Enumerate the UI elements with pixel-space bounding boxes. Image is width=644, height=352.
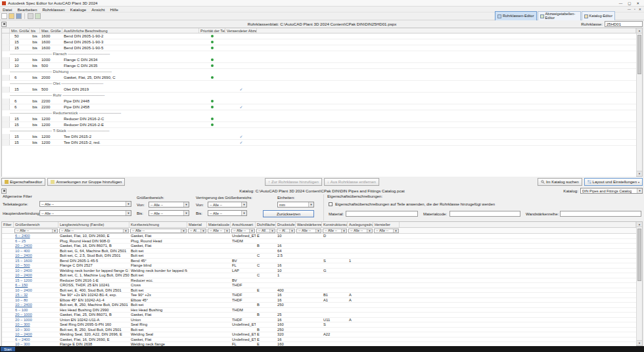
- menu-ansicht[interactable]: Ansicht: [89, 7, 107, 12]
- col-kurzbezeichnung[interactable]: Kurzbezeichnung: [129, 222, 187, 227]
- row-selector[interactable]: [2, 140, 10, 145]
- overrides-checkbox[interactable]: [329, 202, 333, 206]
- spec-part-row[interactable]: 15bis1200Tee DIN 2615-2, red.✓: [2, 140, 636, 146]
- row-selector[interactable]: [2, 63, 10, 68]
- anmerkungen-button[interactable]: Anmerkungen zur Gruppe hinzufügen: [47, 178, 125, 186]
- col-max-groesse[interactable]: Max. Größe: [40, 28, 62, 33]
- menu-hilfe[interactable]: Hilfe: [108, 7, 121, 12]
- spec-part-row[interactable]: 6bis2200Pipe DIN 2458✓: [2, 104, 636, 110]
- column-filter-select[interactable]: -- Alle --▼: [374, 229, 399, 233]
- wandstaerkenreihe-field[interactable]: [560, 211, 641, 217]
- aus-rohrklasse-entfernen-button[interactable]: ↓ Aus Rohrklasse entfernen: [324, 178, 379, 186]
- size-range-link[interactable]: 10 – 500: [15, 263, 30, 267]
- column-filter-select[interactable]: -- Alle --▼: [188, 229, 206, 233]
- catalog-row[interactable]: 10 – 2400Welding Seal, 320, A22, DIN 269…: [2, 332, 636, 338]
- scroll-up-icon[interactable]: ▲: [637, 222, 642, 227]
- catalog-row[interactable]: 10 – 2400Bolt set, C, 2.5, Stud Bolt, DI…: [2, 253, 636, 259]
- size-range-link[interactable]: 6 – 2400: [15, 234, 30, 238]
- column-filter-select[interactable]: -- Alle --▼: [208, 229, 230, 233]
- catalog-row[interactable]: 6 – 150CROSS, THDF, 25 EN 10241CrossTHDF: [2, 283, 636, 288]
- maximize-icon[interactable]: ▢: [628, 1, 631, 5]
- spec-part-row[interactable]: 15bis1200Tee DIN 2615-2✓: [2, 134, 636, 140]
- col-anschlussart[interactable]: Anschlussart: [231, 222, 256, 227]
- mdi-minimize-icon[interactable]: —: [628, 7, 631, 11]
- print-icon[interactable]: [28, 13, 34, 19]
- column-filter-select[interactable]: -- Alle --▼: [14, 229, 58, 233]
- zur-rohrklasse-hinzufuegen-button[interactable]: ↑ Zur Rohrklasse hinzufügen: [265, 178, 322, 186]
- material-field[interactable]: [346, 211, 418, 217]
- column-filter-select[interactable]: -- Alle --▼: [231, 229, 255, 233]
- tab-abzweigetabellen-editor[interactable]: Abzweigetabellen-Editor: [538, 11, 581, 22]
- col-bis[interactable]: bis: [30, 28, 40, 33]
- hauptendverbindung-select[interactable]: -- Alle --▼: [39, 210, 131, 216]
- catalog-row[interactable]: 10 – 500Flange C DIN 2527Flange blindFLC…: [2, 263, 636, 269]
- spec-part-row[interactable]: 15bis500Olet DIN 2619✓: [2, 87, 636, 93]
- catalog-row[interactable]: 10 – 2400Welding neck border for lapped …: [2, 269, 636, 274]
- catalog-row[interactable]: 15 – 32Tee 90° +2x EN 10242-B1-4, exp.Te…: [2, 293, 636, 298]
- size-range-link[interactable]: 15 – 1600: [15, 259, 32, 263]
- col-verwendeter-abzw[interactable]: Verwendeter Abzw.: [225, 28, 257, 33]
- catalog-row[interactable]: 15 – 1200Reducer DIN 2616-1-EReducer ecc…: [2, 278, 636, 284]
- column-filter-select[interactable]: -- Alle --▼: [130, 229, 187, 233]
- catalog-row[interactable]: 10 – 400Bolt set, G, 64, Machine Bolt, D…: [2, 249, 636, 254]
- new-spec-icon[interactable]: [1, 13, 7, 19]
- spec-part-row[interactable]: 10bis500Flange C DIN 2635: [2, 63, 636, 69]
- scroll-up-icon[interactable]: ▲: [637, 28, 642, 33]
- col-langbezeichnung[interactable]: Langbezeichnung (Familie): [58, 222, 129, 227]
- row-selector[interactable]: [2, 104, 10, 110]
- menu-datei[interactable]: Datei: [0, 7, 14, 12]
- size-range-link[interactable]: 10 – 2400: [15, 303, 32, 307]
- catalog-row[interactable]: 10 – 300Seal Ring DIN 2695-S-PN 160Seal …: [2, 322, 636, 328]
- spec-part-row[interactable]: 10bis1000Flange C DIN 2634: [2, 57, 636, 63]
- col-materialcode[interactable]: Materialcode: [207, 222, 231, 227]
- column-filter-select[interactable]: -- Alle --▼: [277, 229, 295, 233]
- size-range-link[interactable]: 10 – 400: [15, 249, 30, 253]
- row-selector[interactable]: [2, 134, 10, 139]
- col-prioritaet[interactable]: Priorität der Teile: [199, 28, 225, 33]
- size-range-link[interactable]: 10 – 80: [15, 298, 28, 302]
- catalog-row[interactable]: 20 – 2400Gasket, Flat, 16, DIN 86071, BG…: [2, 244, 636, 249]
- catalog-row[interactable]: 6 – 25Plug, Round Head DIN 908-DPlug, Ro…: [2, 239, 636, 244]
- catalog-row[interactable]: 10 – 2400Bolt set, C, 1, Machine Lug Bol…: [2, 273, 636, 278]
- size-range-link[interactable]: 15 – 32: [15, 293, 28, 297]
- col-groessenbereich[interactable]: Größenbereich: [14, 222, 58, 227]
- zuruecksetzen-button[interactable]: Zurücksetzen: [263, 210, 314, 217]
- size-range-link[interactable]: 20 – 2400: [15, 244, 32, 248]
- menu-bearbeiten[interactable]: Bearbeiten: [14, 7, 39, 12]
- size-range-link[interactable]: 6 – 25: [15, 239, 26, 243]
- scroll-down-icon[interactable]: ▼: [637, 171, 642, 176]
- catalog-row[interactable]: 10 – 2400Bolt set, E, 400, Stud Bolt, DI…: [2, 288, 636, 294]
- catalog-row[interactable]: 10 – 300Bolt set, B, 250, Stud Bolt, DIN…: [2, 328, 636, 333]
- minimize-icon[interactable]: —: [619, 1, 623, 5]
- save-icon[interactable]: [16, 13, 22, 19]
- scrollbar-thumb[interactable]: [637, 35, 641, 74]
- menu-kataloge[interactable]: Kataloge: [68, 7, 89, 12]
- catalog-select[interactable]: DIN Pipes and Fittings Catalog ▼: [580, 188, 643, 194]
- verringerung-bis-select[interactable]: -- Alle --▼: [208, 210, 247, 216]
- layout-und-einstellungen-button[interactable]: Layout und Einstellungen ▾: [584, 178, 643, 186]
- col-beschreibung[interactable]: Ausführliche Beschreibung: [62, 28, 199, 33]
- mdi-close-icon[interactable]: ✕: [639, 7, 641, 11]
- panel-pin-icon[interactable]: [1, 188, 7, 194]
- row-selector[interactable]: [2, 39, 10, 45]
- spec-part-row[interactable]: 6bis2200Pipe DIN 2448: [2, 99, 636, 104]
- catalog-row[interactable]: 20 – 1000Gasket, Flat, 25, DIN 86071, BG…: [2, 313, 636, 318]
- size-range-link[interactable]: 10 – 2400: [15, 269, 32, 273]
- catalog-row[interactable]: 6 – 2400Gasket, Flat, 10, DIN 2690, EGas…: [2, 234, 636, 239]
- size-range-link[interactable]: 10 – 2400: [15, 288, 32, 292]
- menu-rohrklassen[interactable]: Rohrklassen: [39, 7, 67, 12]
- verringerung-von-select[interactable]: -- Alle --▼: [208, 202, 247, 208]
- spec-part-row[interactable]: 15bis1200Reducer DIN 2616-2-C: [2, 116, 636, 122]
- col-dichtflaeche[interactable]: Dichtfläche: [256, 222, 276, 227]
- spec-part-row[interactable]: 6bis2000Gasket, Flat, 25, DIN 2690, C: [2, 75, 636, 81]
- row-selector[interactable]: [2, 87, 10, 92]
- open-icon[interactable]: [9, 13, 14, 19]
- size-range-link[interactable]: 10 – 2400: [15, 273, 32, 277]
- col-filter[interactable]: Filter: [2, 222, 14, 227]
- size-range-link[interactable]: 6 – 100: [15, 308, 28, 312]
- scrollbar-thumb[interactable]: [637, 229, 641, 281]
- size-range-link[interactable]: 10 – 300: [15, 328, 30, 332]
- spec-properties-icon[interactable]: [35, 13, 41, 19]
- row-selector[interactable]: [2, 75, 10, 80]
- column-filter-select[interactable]: -- Alle --▼: [256, 229, 275, 233]
